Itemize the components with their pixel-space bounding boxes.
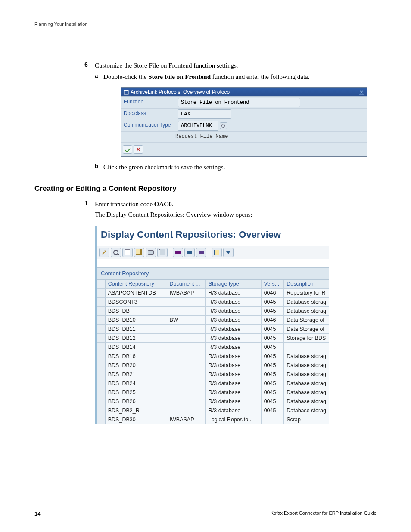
copy-icon (137, 249, 142, 255)
table-row[interactable]: BDS_DB21R/3 database0045Database storag (97, 370, 329, 379)
overview-section-heading: Content Repository (97, 267, 329, 280)
f4-help-icon[interactable] (220, 122, 227, 129)
list-icon (175, 251, 181, 254)
cell-stor: R/3 database (206, 370, 261, 379)
list-icon (187, 251, 192, 254)
cell-vers: 0045 (261, 343, 284, 352)
close-icon[interactable] (359, 90, 364, 95)
cell-vers: 0045 (261, 298, 284, 307)
row-gutter (97, 415, 106, 424)
svg-rect-1 (124, 90, 128, 91)
table-row[interactable]: BDS_DB10BWR/3 database0046Data Storage o… (97, 316, 329, 325)
window-icon (124, 90, 129, 95)
row-gutter (97, 289, 106, 298)
tb-list1-button[interactable] (173, 248, 183, 257)
trash-icon (160, 249, 165, 255)
cell-repo: BDS_DB12 (105, 334, 167, 343)
cell-stor: R/3 database (206, 388, 261, 397)
step-6b-text: Click the green checkmark to save the se… (103, 163, 377, 171)
cell-desc: Database storag (284, 406, 329, 415)
cancel-x-button[interactable]: ✕ (134, 145, 143, 154)
tb-box-button[interactable] (212, 248, 222, 257)
dialog-titlebar: ArchiveLink Protocols: Overview of Proto… (121, 88, 367, 96)
col-header-vers[interactable]: Vers... (261, 280, 284, 289)
function-field[interactable]: Store File on Frontend (178, 98, 300, 107)
docclass-field[interactable]: FAX (178, 109, 231, 119)
cell-repo: BDS_DB14 (105, 343, 167, 352)
table-row[interactable]: BDS_DB30IWBASAPLogical Reposito...Scrap (97, 415, 329, 424)
cell-stor: R/3 database (206, 352, 261, 361)
cell-doc (167, 361, 206, 370)
row-gutter (97, 298, 106, 307)
step-6-text: Customize the Store File on Frontend fun… (95, 61, 377, 70)
list-icon (199, 251, 204, 254)
tb-copy-button[interactable] (134, 248, 144, 257)
cell-stor: R/3 database (206, 298, 261, 307)
archivelink-dialog: ArchiveLink Protocols: Overview of Proto… (121, 87, 367, 157)
tb-edit-button[interactable] (99, 248, 109, 257)
step-6-number: 6 (84, 61, 88, 68)
col-header-desc[interactable]: Description (284, 280, 329, 289)
check-icon (125, 146, 131, 152)
step-6a-text: Double-click the Store File on Frontend … (103, 72, 377, 81)
cell-stor: R/3 database (206, 307, 261, 316)
table-row[interactable]: BDS_DB14R/3 database0045 (97, 343, 329, 352)
cell-desc: Scrap (284, 415, 329, 424)
step-1: 1 Enter transaction code OAC0. The Displ… (95, 200, 377, 425)
table-row[interactable]: BDSCONT3R/3 database0045Database storag (97, 298, 329, 307)
col-header-stor[interactable]: Storage type (206, 280, 261, 289)
cell-vers: 0045 (261, 397, 284, 406)
cell-desc: Storage for BDS (284, 334, 329, 343)
cell-doc (167, 397, 206, 406)
cell-desc: Database storag (284, 388, 329, 397)
cell-doc (167, 352, 206, 361)
table-row[interactable]: ASAPCONTENTDBIWBASAPR/3 database0046Repo… (97, 289, 329, 298)
cell-vers (261, 415, 284, 424)
table-row[interactable]: BDS_DB12R/3 database0045Storage for BDS (97, 334, 329, 343)
cell-repo: ASAPCONTENTDB (105, 289, 167, 298)
print-icon (148, 250, 154, 255)
row-gutter (97, 379, 106, 388)
tb-list2-button[interactable] (184, 248, 195, 257)
cell-repo: BDS_DB30 (105, 415, 167, 424)
tb-print-button[interactable] (146, 248, 156, 257)
step-1-number: 1 (84, 200, 88, 207)
cell-repo: BDS_DB11 (105, 325, 167, 334)
tb-list3-button[interactable] (196, 248, 206, 257)
cell-desc: Database storag (284, 370, 329, 379)
table-row[interactable]: BDS_DB24R/3 database0045Database storag (97, 379, 329, 388)
col-header-doc[interactable]: Document ... (167, 280, 206, 289)
cell-vers: 0045 (261, 352, 284, 361)
table-row[interactable]: BDS_DB2_RR/3 database0045Database storag (97, 406, 329, 415)
table-row[interactable]: BDS_DB11R/3 database0045Data Storage of (97, 325, 329, 334)
cell-repo: BDS_DB20 (105, 361, 167, 370)
table-row[interactable]: BDS_DB16R/3 database0045Database storag (97, 352, 329, 361)
cell-desc (284, 343, 329, 352)
dialog-title: ArchiveLink Protocols: Overview of Proto… (131, 89, 231, 95)
commtype-field[interactable]: ARCHIVELNK (178, 121, 218, 131)
col-header-repo[interactable]: Content Repository (105, 280, 167, 289)
cell-doc (167, 325, 206, 334)
pencil-icon (102, 250, 106, 255)
save-check-button[interactable] (123, 145, 132, 154)
table-row[interactable]: BDS_DB26R/3 database0045Database storag (97, 397, 329, 406)
table-row[interactable]: BDS_DBR/3 database0045Database storag (97, 307, 329, 316)
tb-new-button[interactable] (122, 248, 133, 257)
cell-vers: 0045 (261, 307, 284, 316)
overview-toolbar (97, 246, 329, 259)
tb-export-button[interactable] (223, 248, 234, 257)
running-header: Planning Your Installation (34, 22, 377, 27)
tb-delete-button[interactable] (157, 248, 168, 257)
row-gutter (97, 361, 106, 370)
table-row[interactable]: BDS_DB25R/3 database0045Database storag (97, 388, 329, 397)
cell-stor: R/3 database (206, 379, 261, 388)
step-6a: a Double-click the Store File on Fronten… (103, 72, 377, 156)
commtype-label: CommunicationType (121, 120, 178, 131)
cell-doc (167, 307, 206, 316)
row-gutter (97, 388, 106, 397)
page-icon (125, 249, 130, 255)
tb-detail-button[interactable] (111, 248, 121, 257)
table-row[interactable]: BDS_DB20R/3 database0045Database storag (97, 361, 329, 370)
cell-doc (167, 343, 206, 352)
page-number: 14 (34, 510, 40, 517)
